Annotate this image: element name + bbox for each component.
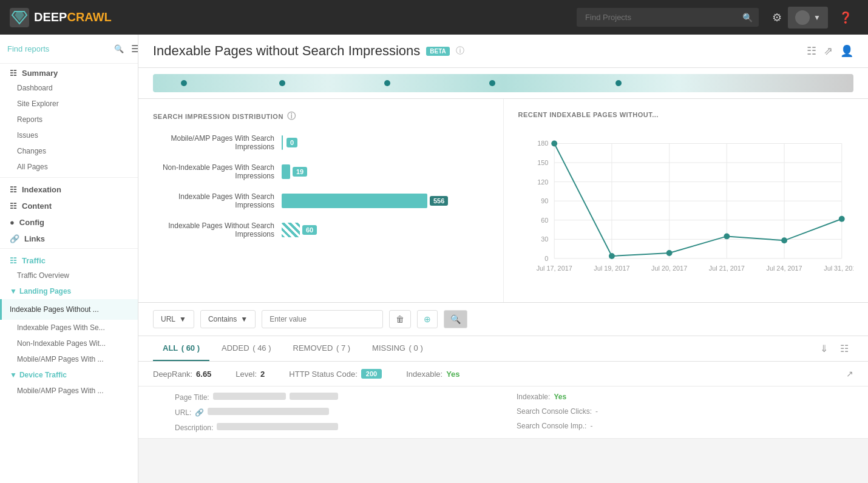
- sidebar-item-non-indexable[interactable]: Non-Indexable Pages Wit...: [0, 336, 138, 351]
- sidebar-item-issues[interactable]: Issues: [0, 127, 138, 143]
- svg-text:90: 90: [541, 197, 548, 204]
- sidebar-item-all-pages[interactable]: All Pages: [0, 159, 138, 175]
- sc-imp-detail: Search Console Imp.: -: [517, 422, 853, 430]
- level-field: Level: 2: [236, 370, 265, 379]
- filter-search-button[interactable]: 🔍: [444, 310, 467, 328]
- bar-container-3: 556: [282, 192, 489, 209]
- tab-removed-count: ( 7 ): [336, 343, 350, 353]
- indexation-icon: ☷: [10, 185, 17, 194]
- sidebar-item-summary[interactable]: ☷ Summary: [0, 64, 138, 80]
- bar-row-1: Mobile/AMP Pages With Search Impressions…: [153, 134, 489, 151]
- sidebar-item-config[interactable]: ● Config: [0, 213, 138, 229]
- timeline-track[interactable]: [153, 74, 853, 92]
- settings-button[interactable]: ⚙: [766, 7, 788, 28]
- sidebar-item-site-explorer[interactable]: Site Explorer: [0, 96, 138, 112]
- url-filter-label: URL: [161, 315, 175, 323]
- download-button[interactable]: ⇓: [815, 340, 833, 357]
- tab-removed-label: REMOVED: [293, 343, 333, 353]
- svg-text:Jul 17, 2017: Jul 17, 2017: [536, 265, 572, 272]
- sidebar-label-device-traffic: Device Traffic: [19, 371, 67, 379]
- page-title-redact: [213, 393, 286, 400]
- page-title-area: Indexable Pages without Search Impressio…: [153, 43, 464, 59]
- content-icon: ☷: [10, 201, 17, 211]
- tab-all[interactable]: ALL ( 60 ): [153, 336, 209, 361]
- sidebar-search-container[interactable]: 🔍 ☰: [0, 35, 138, 64]
- divider-2: [0, 248, 138, 249]
- filter-delete-button[interactable]: 🗑: [389, 310, 411, 328]
- beta-badge: BETA: [426, 47, 449, 56]
- timeline-dot-5: [615, 80, 622, 86]
- sidebar-item-landing-pages[interactable]: ▼ Landing Pages: [0, 283, 138, 299]
- sidebar-item-mobile-amp-device[interactable]: Mobile/AMP Pages With ...: [0, 383, 138, 399]
- find-projects-input[interactable]: [577, 8, 759, 27]
- tab-added-label: ADDED: [222, 343, 249, 353]
- chart-dot-1: [551, 141, 557, 147]
- sidebar-label-indexable-without: Indexable Pages Without ...: [10, 305, 99, 314]
- sidebar-item-mobile-amp[interactable]: Mobile/AMP Pages With ...: [0, 351, 138, 367]
- bar-container-2: 19: [282, 163, 489, 180]
- svg-text:30: 30: [541, 235, 548, 243]
- hamburger-button[interactable]: ☰: [129, 41, 138, 57]
- sidebar-item-dashboard[interactable]: Dashboard: [0, 80, 138, 96]
- sidebar-item-content[interactable]: ☷ Content: [0, 197, 138, 213]
- tab-all-label: ALL: [163, 343, 178, 353]
- sidebar-item-reports[interactable]: Reports: [0, 112, 138, 127]
- find-reports-search-icon: 🔍: [114, 44, 124, 53]
- logo-deep: DEEP: [34, 10, 67, 24]
- chart-view-button[interactable]: ☷: [807, 44, 816, 58]
- bar-row-4: Indexable Pages Without Search Impressio…: [153, 221, 489, 238]
- page-title: Indexable Pages without Search Impressio…: [153, 43, 420, 59]
- deeprank-label: DeepRank:: [153, 370, 192, 379]
- sc-clicks-value: -: [595, 407, 598, 416]
- data-row-main: DeepRank: 6.65 Level: 2 HTTP Status Code…: [138, 362, 868, 387]
- chart-dot-6: [838, 216, 844, 222]
- user-label: ▼: [813, 13, 821, 22]
- help-button[interactable]: ❓: [833, 7, 858, 28]
- description-redact: [217, 423, 338, 430]
- sidebar-item-traffic[interactable]: ☷ Traffic: [0, 251, 138, 268]
- user-avatar: [795, 10, 810, 25]
- bar-container-4: 60: [282, 221, 489, 238]
- svg-text:Jul 24, 2017: Jul 24, 2017: [766, 265, 802, 272]
- info-icon[interactable]: ⓘ: [456, 46, 464, 56]
- tab-removed[interactable]: REMOVED ( 7 ): [283, 336, 361, 361]
- main-layout: 🔍 ☰ ☷ Summary Dashboard Site Explorer Re…: [0, 35, 868, 483]
- bar-row-3: Indexable Pages With Search Impressions …: [153, 192, 489, 209]
- grid-view-button[interactable]: ☷: [835, 340, 853, 357]
- tab-missing[interactable]: MISSING ( 0 ): [362, 336, 433, 361]
- sidebar-item-indexable-pages-without[interactable]: Indexable Pages Without ...: [0, 299, 138, 320]
- tab-missing-label: MISSING: [372, 343, 405, 353]
- bar-row-2: Non-Indexable Pages With Search Impressi…: [153, 163, 489, 180]
- bar-fill-2: [282, 164, 290, 179]
- level-value: 2: [260, 370, 265, 379]
- sidebar-label-traffic: Traffic: [22, 256, 46, 265]
- config-icon: ●: [10, 218, 15, 227]
- filter-add-button[interactable]: ⊕: [417, 310, 438, 328]
- sidebar-label-landing-pages: Landing Pages: [19, 287, 71, 296]
- share-button[interactable]: ⇗: [824, 44, 833, 58]
- find-projects-search[interactable]: 🔍: [577, 8, 759, 27]
- filter-row: URL ▼ Contains ▼ 🗑 ⊕ 🔍: [138, 303, 868, 336]
- chart-info-icon[interactable]: ⓘ: [287, 111, 296, 122]
- user-menu-button[interactable]: ▼: [788, 7, 828, 29]
- sidebar-item-device-traffic[interactable]: ▼ Device Traffic: [0, 367, 138, 383]
- indexable-label: Indexable:: [406, 370, 442, 379]
- logo[interactable]: DEEPCRAWL: [10, 8, 112, 27]
- sidebar-item-changes[interactable]: Changes: [0, 143, 138, 159]
- sidebar-item-links[interactable]: 🔗 Links: [0, 229, 138, 246]
- sidebar-item-indexation[interactable]: ☷ Indexation: [0, 180, 138, 197]
- filter-value-input[interactable]: [262, 310, 383, 328]
- sidebar-item-traffic-overview[interactable]: Traffic Overview: [0, 268, 138, 283]
- sc-clicks-detail: Search Console Clicks: -: [517, 407, 853, 416]
- users-button[interactable]: 👤: [840, 44, 853, 58]
- indexable-detail-value: Yes: [554, 393, 566, 401]
- expand-row-button[interactable]: ↗: [846, 369, 853, 379]
- deeprank-field: DeepRank: 6.65: [153, 370, 211, 379]
- find-reports-input[interactable]: [7, 44, 109, 53]
- sidebar-item-indexable-pages-with[interactable]: Indexable Pages With Se...: [0, 320, 138, 336]
- contains-filter-select[interactable]: Contains ▼: [200, 310, 256, 328]
- url-filter-select[interactable]: URL ▼: [153, 310, 194, 328]
- indexable-detail-label: Indexable:: [517, 393, 550, 401]
- chart-dot-4: [724, 233, 730, 239]
- tab-added[interactable]: ADDED ( 46 ): [212, 336, 281, 361]
